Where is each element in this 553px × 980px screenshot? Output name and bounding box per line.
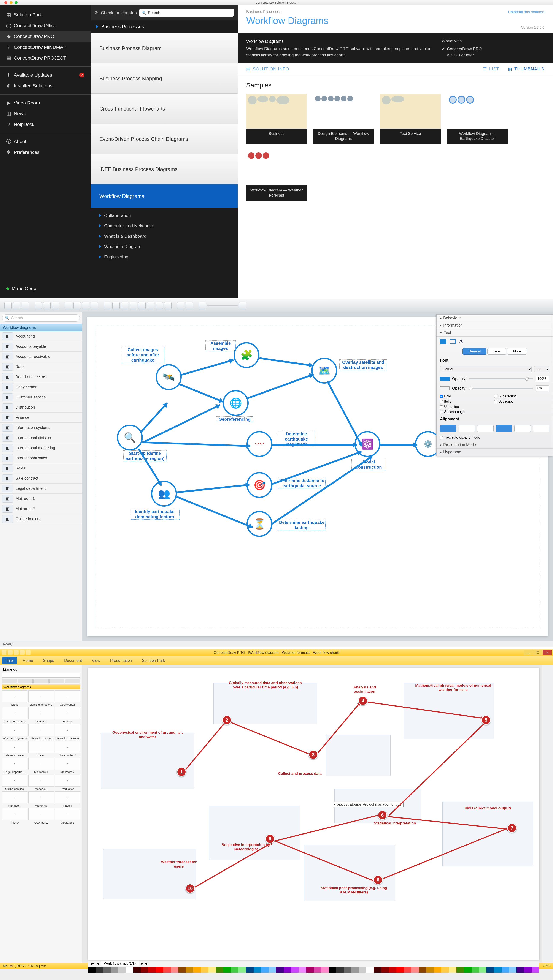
- color-swatch[interactable]: [321, 967, 329, 973]
- subcategory-item[interactable]: Engineering: [91, 252, 237, 262]
- tab-tabs[interactable]: Tabs: [487, 348, 506, 355]
- tool-connector[interactable]: [35, 302, 42, 309]
- close-button[interactable]: ✕: [543, 650, 552, 655]
- solution-row[interactable]: IDEF Business Process Diagrams: [91, 154, 237, 185]
- canvas-area[interactable]: 1 2 3 4 5 6 7 8 9 10 Geophysical environ…: [82, 665, 542, 963]
- opacity-slider-1[interactable]: [469, 378, 533, 379]
- chk-sub[interactable]: Subscript: [494, 399, 547, 403]
- valign-bot-btn[interactable]: [533, 425, 549, 432]
- color-swatch[interactable]: [351, 967, 359, 973]
- connector[interactable]: [231, 722, 315, 757]
- color-swatch[interactable]: [502, 967, 509, 973]
- canvas-area[interactable]: 🛰️ 🧩 🗺️ 🌐 🔍 〰 ⚛️ ⚙️ 🎯 👥 ⏳ Collect images…: [82, 312, 553, 641]
- library-stencil[interactable]: ▫Board of directors: [28, 690, 54, 706]
- qat-undo[interactable]: [8, 650, 13, 655]
- sample-card[interactable]: Design Elements — Workflow Diagrams: [313, 94, 374, 145]
- qat-new[interactable]: [20, 650, 25, 655]
- color-swatch[interactable]: [486, 967, 494, 973]
- connector[interactable]: [381, 444, 417, 446]
- library-item[interactable]: ◧Distribution: [0, 402, 82, 412]
- nav-help[interactable]: ?HelpDesk: [0, 119, 91, 130]
- solution-info-label[interactable]: SOLUTION INFO: [253, 67, 289, 72]
- library-stencil[interactable]: ▫Online booking: [2, 775, 27, 791]
- section-presentation[interactable]: Presentation Mode: [437, 441, 553, 449]
- tool-front[interactable]: [82, 302, 89, 309]
- color-swatch[interactable]: [456, 967, 464, 973]
- library-stencil[interactable]: ▫Informati... systems: [2, 724, 27, 740]
- color-swatch[interactable]: [178, 967, 186, 973]
- connector[interactable]: [179, 359, 234, 376]
- color-swatch[interactable]: [479, 967, 486, 973]
- node-label[interactable]: Determine earthquake lasting: [278, 520, 325, 530]
- step-badge[interactable]: 1: [177, 767, 186, 777]
- library-stencil[interactable]: ▫Sale contract: [55, 741, 80, 757]
- library-item[interactable]: ◧Accounting: [0, 331, 82, 342]
- nav-prefs[interactable]: ✻Preferences: [0, 147, 91, 158]
- library-stencil[interactable]: ▫Operator 2: [55, 808, 80, 824]
- tab-nav-next[interactable]: ▶: [140, 961, 143, 966]
- nav-project[interactable]: ▤ConceptDraw PROJECT: [0, 52, 91, 64]
- sample-card[interactable]: Taxi Service: [380, 94, 441, 145]
- color-swatch[interactable]: [201, 967, 209, 973]
- tab-nav-last[interactable]: ⏭: [145, 962, 148, 966]
- color-swatch[interactable]: [268, 967, 276, 973]
- solution-row[interactable]: Cross-Functional Flowcharts: [91, 94, 237, 124]
- connector[interactable]: [142, 441, 250, 447]
- library-stencil[interactable]: ▫Bank: [2, 690, 27, 706]
- library-header[interactable]: Workflow diagrams: [0, 324, 82, 331]
- color-swatch[interactable]: [516, 967, 524, 973]
- color-swatch[interactable]: [329, 967, 336, 973]
- solution-row[interactable]: Event-Driven Process Chain Diagrams: [91, 124, 237, 154]
- cluster-box[interactable]: [101, 733, 194, 789]
- chk-autoexpand[interactable]: Text auto expand mode: [440, 436, 549, 439]
- valign-top-btn[interactable]: [496, 425, 512, 432]
- sample-card[interactable]: Business: [246, 94, 307, 145]
- connector[interactable]: [176, 496, 253, 528]
- connector[interactable]: [140, 402, 167, 433]
- step-badge[interactable]: 4: [358, 696, 368, 705]
- color-swatch[interactable]: [426, 967, 434, 973]
- tool-misc-2[interactable]: [147, 302, 154, 309]
- node-label[interactable]: Overlay satellite and destruction images: [339, 360, 387, 370]
- tool-rotate[interactable]: [121, 302, 128, 309]
- library-stencil[interactable]: ▫Payroll: [55, 791, 80, 807]
- step-badge[interactable]: 5: [481, 715, 491, 725]
- subcategory-item[interactable]: What is a Dashboard: [91, 231, 237, 241]
- chk-italic[interactable]: Italic: [440, 399, 492, 403]
- ribbon-tab[interactable]: Presentation: [106, 657, 136, 664]
- nav-mindmap[interactable]: ♀ConceptDraw MINDMAP: [0, 42, 91, 52]
- step-badge[interactable]: 2: [222, 715, 231, 725]
- connector[interactable]: [246, 374, 314, 399]
- tool-zoom-out[interactable]: [199, 302, 206, 309]
- nav-installed[interactable]: ⊕Installed Solutions: [0, 81, 91, 91]
- color-swatch[interactable]: [494, 967, 502, 973]
- section-hypernote[interactable]: Hypernote: [437, 449, 553, 456]
- zoom-icon[interactable]: [15, 1, 18, 4]
- node-label[interactable]: Model construction: [351, 459, 386, 470]
- qat-open[interactable]: [26, 650, 31, 655]
- step-badge[interactable]: 6: [378, 810, 387, 820]
- library-item[interactable]: ◧Information systems: [0, 423, 82, 433]
- node-label[interactable]: Collect images before and after earthqua…: [121, 347, 164, 363]
- library-item[interactable]: ◧Mailroom 1: [0, 494, 82, 504]
- color-swatch[interactable]: [284, 967, 291, 973]
- library-item[interactable]: ◧Bank: [0, 362, 82, 372]
- zoom-slider[interactable]: [207, 305, 237, 306]
- color-swatch[interactable]: [472, 967, 479, 973]
- step-badge[interactable]: 10: [185, 884, 195, 893]
- color-swatch[interactable]: [88, 967, 96, 973]
- tool-distribute[interactable]: [112, 302, 120, 309]
- library-item[interactable]: ◧Copy center: [0, 382, 82, 392]
- color-swatch[interactable]: [366, 967, 374, 973]
- refresh-icon[interactable]: ⟳: [95, 10, 98, 15]
- opacity-field-1[interactable]: [535, 376, 549, 382]
- color-palette[interactable]: [88, 967, 539, 973]
- nav-pro[interactable]: ◆ConceptDraw PRO: [0, 31, 91, 42]
- color-swatch[interactable]: [344, 967, 351, 973]
- tool-back[interactable]: [91, 302, 98, 309]
- color-swatch[interactable]: [141, 967, 148, 973]
- lib-tool[interactable]: [33, 679, 49, 683]
- library-item[interactable]: ◧Sales: [0, 463, 82, 473]
- tab-nav-first[interactable]: ⏮: [91, 962, 95, 966]
- ribbon-tab[interactable]: Document: [60, 657, 86, 664]
